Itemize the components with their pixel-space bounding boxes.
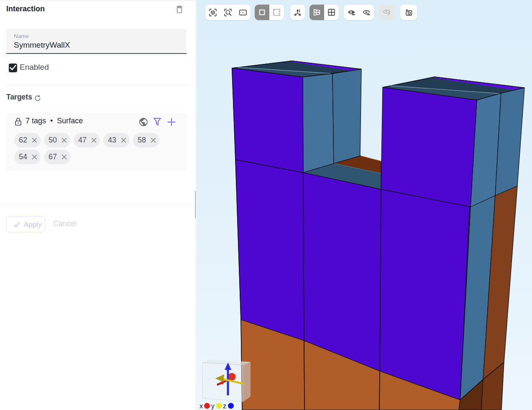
svg-text:z: z (223, 402, 226, 410)
svg-text:x: x (200, 402, 203, 410)
svg-text:y: y (211, 402, 215, 410)
